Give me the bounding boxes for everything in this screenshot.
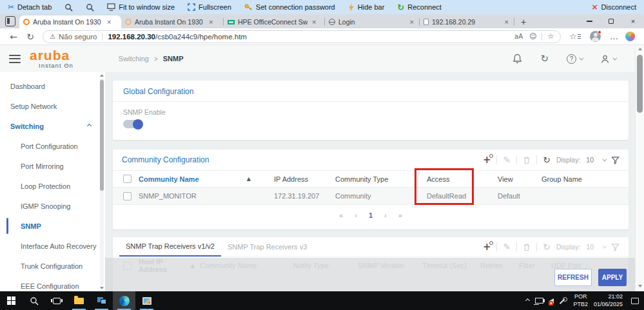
taskbar-search-button[interactable] <box>23 291 45 310</box>
scrollbar-thumb[interactable] <box>100 80 104 191</box>
filter-funnel-icon[interactable] <box>611 156 620 164</box>
column-community-name[interactable]: Community Name ▲ <box>139 175 274 183</box>
sidebar-item-eee-configuration[interactable]: EEE Configuration <box>0 276 105 291</box>
sidebar-item-igmp-snooping[interactable]: IGMP Snooping <box>0 196 105 216</box>
help-menu[interactable]: ? <box>567 54 582 64</box>
profile-avatar[interactable] <box>590 31 601 42</box>
tab-actions-icon[interactable] <box>5 16 15 26</box>
page-scrollbar[interactable] <box>635 45 644 291</box>
community-table-row[interactable]: SNMP_MONITOR 172.31.19.207 Community Def… <box>113 188 629 205</box>
task-view-button[interactable] <box>45 291 68 310</box>
url-field[interactable]: ⚠ Não seguro 192.168.20.30/csb0a244c9/hp… <box>43 30 561 43</box>
sidebar-item-port-mirroring[interactable]: Port Mirroring <box>0 156 105 176</box>
close-window-button[interactable]: × <box>622 14 644 28</box>
zoom-in-button[interactable] <box>64 3 73 12</box>
sidebar-item-port-configuration[interactable]: Port Configuration <box>0 136 105 156</box>
apply-button[interactable]: APPLY <box>598 269 627 286</box>
fit-to-window-button[interactable]: Fit to window size <box>107 3 175 11</box>
close-tab-icon[interactable]: × <box>409 18 415 26</box>
sidebar-item-loop-protection[interactable]: Loop Protection <box>0 176 105 196</box>
scroll-down-icon[interactable] <box>638 285 642 287</box>
tab-aruba-48g[interactable]: Aruba Instant On 1930 48G 4SFP/ × <box>121 15 223 28</box>
tab-trap-receivers-v3[interactable]: SNMP Trap Receivers v3 <box>221 237 313 257</box>
first-page-button[interactable]: « <box>339 211 343 219</box>
add-button[interactable]: + <box>483 242 491 252</box>
translate-icon[interactable]: aA <box>514 33 523 40</box>
column-group-name[interactable]: Group Name <box>542 175 618 183</box>
copilot-icon[interactable] <box>625 32 635 41</box>
refresh-icon[interactable]: ↻ <box>540 53 549 64</box>
favorites-hub-icon[interactable]: ☆ <box>569 32 581 41</box>
select-all-checkbox[interactable] <box>123 175 132 183</box>
delete-trash-icon[interactable] <box>523 156 531 164</box>
edit-pencil-icon[interactable]: ✎ <box>503 242 511 251</box>
action-center-icon[interactable] <box>631 298 639 304</box>
bell-icon[interactable] <box>512 53 522 64</box>
prev-page-button[interactable]: ‹ <box>355 211 357 219</box>
disconnect-button[interactable]: × Disconnect <box>592 3 636 11</box>
maximize-button[interactable] <box>600 14 622 28</box>
language-indicator[interactable]: POR PTB2 <box>573 293 588 308</box>
user-menu[interactable] <box>600 54 616 64</box>
sidebar-item-setup-network[interactable]: Setup Network <box>0 96 105 116</box>
sidebar-scrollbar[interactable] <box>99 73 104 290</box>
snmp-enable-toggle[interactable] <box>123 120 142 128</box>
tab-login[interactable]: Login × <box>325 15 419 28</box>
close-tab-icon[interactable]: × <box>311 18 317 26</box>
breadcrumb-parent[interactable]: Switching <box>119 55 149 63</box>
connector-icon[interactable] <box>560 297 567 305</box>
tab-trap-receivers-v1v2[interactable]: SNMP Trap Receivers v1/v2 <box>119 237 221 257</box>
sidebar-item-snmp[interactable]: SNMP <box>0 216 105 236</box>
tab-hpe-switch[interactable]: HPE OfficeConnect Switch 1920S × <box>224 15 324 28</box>
detach-tab-button[interactable]: ✂ Detach tab <box>8 3 52 11</box>
scroll-up-icon[interactable] <box>100 74 104 77</box>
sidebar-item-trunk-configuration[interactable]: Trunk Configuration <box>0 256 105 276</box>
menu-icon[interactable] <box>9 55 21 63</box>
refresh-button[interactable]: REFRESH <box>554 269 592 286</box>
row-checkbox[interactable] <box>123 192 132 200</box>
current-page[interactable]: 1 <box>369 211 373 219</box>
edge-browser-button[interactable] <box>113 291 135 310</box>
back-button[interactable]: ← <box>5 32 22 42</box>
close-tab-icon[interactable]: × <box>503 18 510 26</box>
display-page-size[interactable]: 10 <box>586 243 594 251</box>
remote-desktop-button[interactable] <box>135 291 158 310</box>
column-ip-address[interactable]: IP Address <box>274 175 335 183</box>
feedback-smiley-icon[interactable]: ☺ <box>529 32 536 41</box>
tab-ip-address[interactable]: 192.168.20.29 × <box>420 15 514 28</box>
column-community-type[interactable]: Community Type <box>335 175 427 183</box>
reconnect-button[interactable]: ↻ Reconnect <box>397 3 442 12</box>
scrollbar-thumb[interactable] <box>637 55 643 113</box>
favorite-star-icon[interactable]: ☆ <box>547 32 554 41</box>
start-button[interactable] <box>0 291 23 310</box>
sidebar-item-dashboard[interactable]: Dashboard <box>0 76 105 96</box>
delete-trash-icon[interactable] <box>523 243 531 251</box>
reload-button[interactable]: ↻ <box>22 32 39 42</box>
hide-bar-button[interactable]: Hide bar <box>348 3 385 12</box>
fullscreen-button[interactable]: Fullscreen <box>188 3 231 11</box>
file-explorer-button[interactable] <box>68 291 90 310</box>
filter-funnel-icon[interactable] <box>611 243 620 251</box>
pc-app-button[interactable] <box>90 291 113 310</box>
tab-aruba-24g[interactable]: Aruba Instant On 1930 24G Class × <box>19 15 121 28</box>
refresh-table-icon[interactable]: ↻ <box>543 155 551 164</box>
minimize-button[interactable] <box>578 14 600 28</box>
last-page-button[interactable]: » <box>398 211 402 219</box>
refresh-table-icon[interactable]: ↻ <box>543 242 551 251</box>
sidebar-item-interface-auto-recovery[interactable]: Interface Auto Recovery <box>0 236 105 256</box>
set-connection-password-button[interactable]: Set connection password <box>244 3 335 11</box>
column-access[interactable]: Access <box>427 175 498 183</box>
new-tab-button[interactable]: + <box>514 17 532 28</box>
browser-menu-icon[interactable]: … <box>610 32 618 41</box>
add-button[interactable]: + <box>483 155 491 165</box>
tray-expand-icon[interactable] <box>525 298 530 303</box>
scroll-up-icon[interactable] <box>638 48 642 50</box>
display-page-size[interactable]: 10 <box>586 156 594 164</box>
speaker-muted-icon[interactable]: x <box>549 298 554 304</box>
clock[interactable]: 21:02 01/06/2025 <box>594 293 623 308</box>
close-tab-icon[interactable]: × <box>208 18 214 26</box>
next-page-button[interactable]: › <box>384 211 387 219</box>
close-tab-icon[interactable]: × <box>106 18 112 26</box>
edit-pencil-icon[interactable]: ✎ <box>503 155 511 164</box>
column-view[interactable]: View <box>498 175 542 183</box>
